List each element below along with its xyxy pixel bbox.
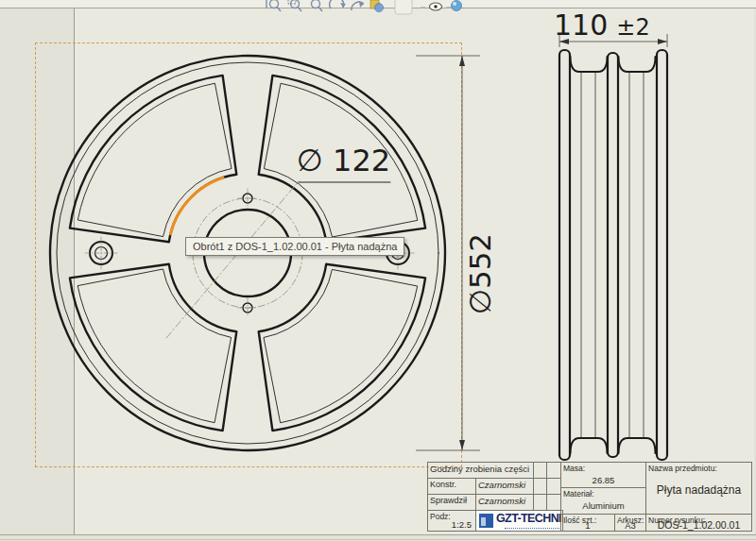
cell-material: Materiał: Aluminium (560, 487, 646, 515)
zoom-to-fit-icon[interactable] (312, 0, 323, 11)
material-label: Materiał: (563, 489, 594, 499)
dimension-width-tolerance: ±2 (616, 14, 649, 41)
cell-logo: GZT-TECHNIK (475, 510, 563, 532)
mass-label: Masa: (563, 464, 585, 473)
cell-empty-2 (546, 462, 561, 479)
cell-scale: Podz: 1:2.5 (427, 510, 476, 532)
cell-drawing-number: Numer rysunku: DOS-1_1.02.00.01 (645, 514, 752, 532)
dimension-width[interactable]: 110±2 (554, 8, 650, 42)
part-name-label: Nazwa przedmiotu: (648, 464, 717, 473)
gzt-logo: GZT-TECHNIK (496, 513, 563, 530)
drawing-number-value: DOS-1_1.02.00.01 (646, 519, 751, 531)
mass-value: 26.85 (561, 475, 645, 485)
title-block: Godziny zrobienia części Konstr. Czarnom… (427, 462, 752, 532)
cell-empty-6 (546, 494, 561, 511)
material-value: Aluminium (561, 500, 645, 511)
cell-checker: Czarnomski (475, 494, 534, 511)
quantity-value: 1 (561, 520, 614, 531)
sheet-value: A3 (615, 520, 645, 531)
cell-quantity: Ilość szt.: 1 (560, 514, 615, 532)
dimension-width-value: 110 (554, 8, 608, 42)
zoom-to-area-icon[interactable] (288, 0, 301, 11)
pan-view-icon[interactable] (352, 1, 364, 10)
scale-value: 1:2.5 (452, 519, 472, 530)
cell-empty-1 (533, 462, 547, 479)
hide-show-items-eye-icon[interactable] (430, 3, 442, 10)
dimension-bore-diameter[interactable]: ∅ 122 (297, 143, 390, 178)
cell-mass: Masa: 26.85 (560, 462, 646, 488)
hours-label: Godziny zrobienia części (430, 464, 529, 474)
drawing-linework (0, 0, 756, 541)
cell-sheet: Arkusz: A3 (614, 514, 646, 532)
render-sphere-icon[interactable] (452, 1, 462, 11)
gzt-logo-icon (479, 514, 493, 528)
cell-checker-label: Sprawdził (427, 494, 476, 511)
cell-designer-label: Konstr. (427, 478, 476, 495)
cell-part-name: Nazwa przedmiotu: Płyta nadadążna (645, 462, 752, 515)
cell-empty-3 (533, 478, 547, 495)
cell-empty-4 (546, 478, 561, 495)
solidworks-drawing-window: ∅ 122 ∅552 110±2 Obrót1 z DOS-1_1.02.00.… (0, 0, 756, 541)
designer-name: Czarnomski (478, 480, 525, 490)
checker-name: Czarnomski (478, 496, 525, 506)
part-name-value: Płyta nadadążna (646, 483, 751, 497)
display-style-button[interactable] (395, 0, 412, 14)
edit-appearance-icon[interactable] (370, 0, 384, 12)
gzt-logo-tagline (505, 525, 563, 529)
checker-label: Sprawdził (430, 496, 467, 505)
cell-designer: Czarnomski (475, 478, 534, 495)
scale-label: Podz: (430, 512, 451, 521)
cell-hours: Godziny zrobienia części (427, 462, 534, 479)
dimension-outer-diameter[interactable]: ∅552 (463, 203, 497, 345)
entity-tooltip: Obrót1 z DOS-1_1.02.00.01 - Płyta nadążn… (185, 237, 404, 256)
rotate-view-icon[interactable] (330, 0, 346, 8)
designer-label: Konstr. (430, 480, 456, 489)
gzt-logo-text: GZT-TECHNIK (496, 513, 563, 525)
zoom-in-out-icon[interactable] (266, 0, 281, 11)
view-toolbar (266, 0, 462, 14)
side-view[interactable] (559, 50, 667, 460)
cell-empty-5 (533, 494, 547, 511)
gzt-logo-inner-shape (481, 517, 486, 526)
